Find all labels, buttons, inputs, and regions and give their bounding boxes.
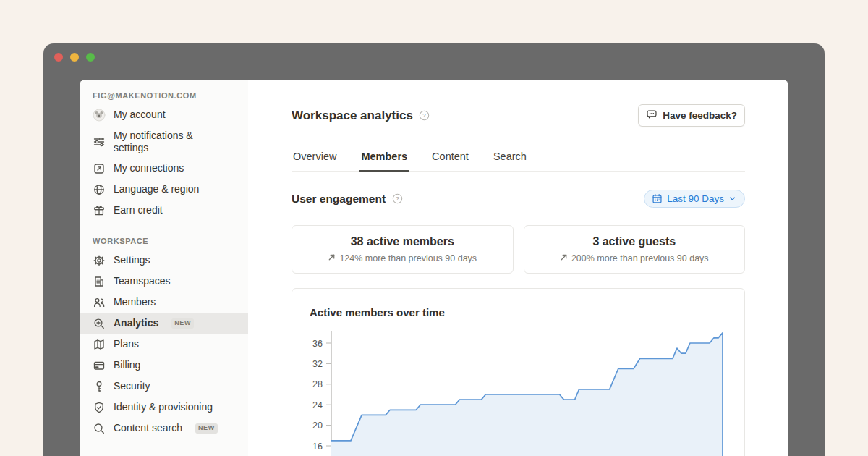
chevron-down-icon [728, 195, 736, 203]
maximize-window-icon[interactable] [86, 53, 95, 62]
svg-text:?: ? [422, 112, 426, 119]
y-axis-ticks: 162024283236 [312, 339, 331, 452]
workspace-section-heading: WORKSPACE [80, 234, 248, 250]
sidebar-item-security[interactable]: Security [80, 376, 248, 397]
stat-card-active-guests: 3 active guests 200% more than previous … [524, 225, 746, 274]
window-controls [54, 53, 95, 62]
sidebar-item-label: Billing [114, 359, 140, 371]
tab-overview[interactable]: Overview [292, 140, 338, 172]
sidebar-item-members[interactable]: Members [80, 292, 248, 313]
arrow-up-right-box-icon [93, 162, 106, 175]
sidebar-item-identity-provisioning[interactable]: Identity & provisioning [80, 397, 248, 418]
date-range-dropdown[interactable]: Last 90 Days [644, 190, 745, 208]
sidebar-item-label: Security [114, 380, 150, 392]
new-badge: NEW [195, 423, 218, 434]
sidebar-item-label: My connections [114, 162, 184, 174]
minimize-window-icon[interactable] [70, 53, 79, 62]
sidebar-item-label: Earn credit [114, 204, 163, 216]
sidebar-item-label: Identity & provisioning [114, 401, 213, 413]
tab-members[interactable]: Members [359, 140, 409, 172]
svg-text:24: 24 [312, 400, 323, 410]
svg-text:32: 32 [312, 359, 323, 369]
credit-card-icon [93, 359, 106, 372]
magnifier-plus-icon [93, 317, 106, 330]
app-window: FIG@MAKENOTION.COM My account [43, 43, 825, 456]
sidebar-item-label: Members [114, 296, 156, 308]
sidebar-item-teamspaces[interactable]: Teamspaces [80, 271, 248, 292]
building-icon [93, 275, 106, 288]
sidebar-item-content-search[interactable]: Content search NEW [80, 418, 248, 439]
svg-text:16: 16 [312, 442, 323, 452]
svg-text:36: 36 [312, 339, 323, 349]
section-title: User engagement [292, 193, 386, 206]
stat-card-active-members: 38 active members 124% more than previou… [292, 225, 514, 274]
gift-icon [93, 204, 106, 217]
page-title: Workspace analytics [292, 109, 413, 123]
settings-sidebar: FIG@MAKENOTION.COM My account [80, 80, 248, 456]
svg-text:28: 28 [312, 379, 323, 389]
sidebar-item-label: My account [114, 109, 166, 121]
sliders-icon [93, 135, 106, 148]
svg-text:?: ? [396, 195, 399, 202]
account-email: FIG@MAKENOTION.COM [80, 88, 248, 104]
shield-check-icon [93, 401, 106, 414]
chart-title: Active members over time [310, 306, 727, 318]
sidebar-item-label: Plans [114, 338, 139, 350]
people-icon [93, 296, 106, 309]
avatar-icon [93, 109, 106, 122]
sidebar-item-label: Settings [114, 254, 150, 266]
map-icon [93, 338, 106, 351]
sidebar-item-my-account[interactable]: My account [80, 104, 248, 125]
engagement-chart: 162024283236 [310, 325, 727, 456]
new-badge: NEW [171, 318, 194, 329]
sidebar-item-plans[interactable]: Plans [80, 334, 248, 355]
close-window-icon[interactable] [54, 53, 63, 62]
sidebar-item-settings[interactable]: Settings [80, 250, 248, 271]
stat-value: 3 active guests [530, 235, 739, 248]
sidebar-item-earn-credit[interactable]: Earn credit [80, 200, 248, 221]
stat-value: 38 active members [298, 235, 507, 248]
date-range-label: Last 90 Days [667, 193, 724, 204]
tab-search[interactable]: Search [492, 140, 528, 172]
magnifier-icon [93, 422, 106, 435]
help-icon[interactable]: ? [392, 193, 403, 204]
have-feedback-label: Have feedback? [663, 110, 737, 121]
sidebar-item-analytics[interactable]: Analytics NEW [80, 313, 248, 334]
sidebar-item-my-connections[interactable]: My connections [80, 158, 248, 179]
sidebar-item-label: Language & region [114, 183, 199, 195]
main-content: Workspace analytics ? [248, 80, 788, 456]
key-icon [93, 380, 106, 393]
sidebar-item-notifications-settings[interactable]: My notifications & settings [80, 125, 248, 158]
analytics-tabs: Overview Members Content Search [292, 140, 745, 172]
sidebar-item-label: Analytics [114, 317, 158, 329]
trend-up-icon [328, 253, 336, 263]
calendar-icon [652, 193, 663, 204]
help-icon[interactable]: ? [419, 110, 430, 121]
sidebar-item-label: Content search [114, 422, 182, 434]
speech-bubble-icon [646, 109, 658, 122]
sidebar-item-label: Teamspaces [114, 275, 171, 287]
sidebar-item-label: My notifications & settings [114, 130, 211, 154]
trend-up-icon [560, 253, 568, 263]
svg-text:20: 20 [312, 421, 323, 431]
tab-content[interactable]: Content [430, 140, 470, 172]
globe-icon [93, 183, 106, 196]
stat-delta-text: 200% more than previous 90 days [571, 253, 709, 263]
active-members-chart-card: Active members over time 162024283236 [292, 288, 745, 456]
gear-icon [93, 254, 106, 267]
settings-panel: FIG@MAKENOTION.COM My account [80, 80, 788, 456]
sidebar-item-language-region[interactable]: Language & region [80, 179, 248, 200]
stat-delta-text: 124% more than previous 90 days [339, 253, 477, 263]
sidebar-item-billing[interactable]: Billing [80, 355, 248, 376]
have-feedback-button[interactable]: Have feedback? [638, 104, 745, 127]
